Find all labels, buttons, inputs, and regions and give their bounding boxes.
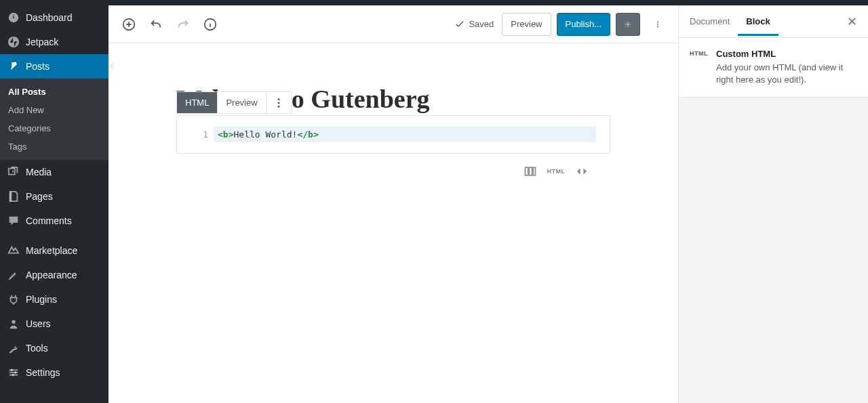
editor-body: Welcome to Gutenberg HTML Preview (108, 43, 678, 403)
settings-tab-document[interactable]: Document (682, 7, 738, 36)
jetpack-icon (7, 35, 20, 49)
menu-comments[interactable]: Comments (0, 209, 108, 233)
plugins-icon (7, 293, 20, 306)
undo-button[interactable] (144, 12, 168, 37)
ellipsis-vertical-icon (273, 97, 285, 109)
gear-icon (625, 18, 631, 30)
save-status: Saved (454, 18, 494, 30)
editor-header: Saved Preview Publish... (108, 5, 678, 43)
tools-icon (7, 341, 20, 355)
menu-settings-label: Settings (26, 367, 60, 378)
block-type-description: Add your own HTML (and view it right her… (716, 62, 857, 86)
dashboard-icon (7, 11, 20, 24)
svg-point-2 (12, 320, 15, 324)
check-icon (454, 18, 466, 30)
menu-marketplace[interactable]: Marketplace (0, 238, 108, 263)
block-inserter-row: HTML (176, 154, 610, 179)
menu-marketplace-label: Marketplace (26, 245, 77, 256)
ellipsis-vertical-icon (654, 18, 662, 30)
settings-icon (7, 366, 20, 379)
close-icon: ✕ (847, 15, 857, 28)
block-type-title: Custom HTML (716, 49, 857, 59)
svg-point-13 (657, 24, 658, 25)
svg-rect-18 (526, 167, 528, 175)
info-button[interactable] (198, 12, 222, 37)
block-tab-preview[interactable]: Preview (218, 92, 265, 113)
svg-rect-20 (533, 167, 535, 175)
app-frame: Dashboard Jetpack Posts All Posts Add Ne… (0, 5, 868, 403)
menu-users-label: Users (26, 318, 51, 329)
submenu-categories[interactable]: Categories (0, 119, 108, 137)
editor-wrap: Saved Preview Publish... (108, 5, 868, 403)
settings-close-button[interactable]: ✕ (839, 14, 865, 29)
window-topbar (0, 0, 868, 5)
svg-point-11 (627, 23, 629, 25)
menu-jetpack-label: Jetpack (26, 37, 58, 47)
menu-settings[interactable]: Settings (0, 360, 108, 385)
insert-html-button[interactable]: HTML (548, 163, 564, 179)
menu-plugins[interactable]: Plugins (0, 287, 108, 312)
settings-toggle-button[interactable] (616, 13, 640, 36)
menu-users[interactable]: Users (0, 312, 108, 336)
editor-column: Saved Preview Publish... (108, 5, 678, 403)
line-number: 1 (191, 127, 214, 142)
admin-sidebar: Dashboard Jetpack Posts All Posts Add Ne… (0, 5, 108, 403)
menu-dashboard[interactable]: Dashboard (0, 5, 108, 30)
menu-jetpack[interactable]: Jetpack (0, 30, 108, 54)
menu-pages-label: Pages (26, 191, 53, 202)
post-column: Welcome to Gutenberg HTML Preview (176, 84, 610, 403)
block-toolbar: HTML Preview (176, 91, 292, 114)
submenu-add-new[interactable]: Add New (0, 101, 108, 119)
svg-point-17 (277, 105, 279, 107)
menu-posts-label: Posts (26, 61, 50, 72)
settings-tab-block[interactable]: Block (738, 7, 778, 36)
submenu-tags[interactable]: Tags (0, 137, 108, 156)
users-icon (7, 317, 20, 331)
svg-point-14 (657, 26, 658, 27)
settings-sidebar: Document Block ✕ HTML Custom HTML Add yo… (678, 5, 868, 403)
preview-button[interactable]: Preview (502, 13, 551, 36)
menu-pages[interactable]: Pages (0, 184, 108, 209)
block-more-button[interactable] (267, 92, 291, 113)
code-text: Hello World! (233, 129, 297, 140)
publish-button[interactable]: Publish... (557, 13, 610, 36)
menu-comments-label: Comments (26, 215, 72, 226)
svg-point-15 (277, 98, 279, 100)
code-line-1: 1 <b>Hello World!</b> (191, 127, 596, 142)
header-right-tools: Saved Preview Publish... (454, 13, 670, 36)
media-icon (7, 165, 20, 179)
submenu-all-posts[interactable]: All Posts (0, 83, 108, 101)
settings-tabs: Document Block ✕ (679, 5, 868, 38)
more-menu-button[interactable] (646, 13, 670, 36)
preview-button-label: Preview (511, 19, 542, 29)
submenu-posts: All Posts Add New Categories Tags (0, 79, 108, 160)
redo-button[interactable] (171, 12, 195, 37)
add-block-button[interactable] (117, 12, 141, 37)
menu-tools[interactable]: Tools (0, 336, 108, 360)
insert-code-button[interactable] (574, 163, 590, 179)
block-type-icon: HTML (690, 49, 708, 86)
block-tab-html[interactable]: HTML (177, 92, 217, 113)
menu-dashboard-label: Dashboard (26, 12, 73, 23)
svg-point-12 (657, 21, 658, 22)
svg-point-7 (14, 371, 17, 374)
svg-point-8 (12, 374, 14, 377)
code-editor[interactable]: 1 <b>Hello World!</b> (177, 116, 610, 153)
menu-media[interactable]: Media (0, 160, 108, 184)
header-left-tools (117, 12, 222, 37)
svg-point-6 (11, 369, 14, 372)
code-content[interactable]: <b>Hello World!</b> (214, 127, 596, 142)
comments-icon (7, 214, 20, 228)
custom-html-block[interactable]: HTML Preview 1 <b>Hello World!</b> (176, 115, 610, 154)
pin-icon (7, 60, 20, 73)
block-settings-panel: HTML Custom HTML Add your own HTML (and … (679, 38, 868, 98)
code-tag-open: <b> (218, 129, 233, 140)
menu-appearance-label: Appearance (26, 270, 77, 280)
menu-media-label: Media (26, 167, 52, 177)
menu-tools-label: Tools (26, 343, 48, 354)
menu-plugins-label: Plugins (26, 294, 57, 305)
svg-rect-19 (529, 167, 532, 175)
menu-posts[interactable]: Posts (0, 54, 108, 79)
insert-columns-button[interactable] (522, 163, 538, 179)
menu-appearance[interactable]: Appearance (0, 263, 108, 287)
